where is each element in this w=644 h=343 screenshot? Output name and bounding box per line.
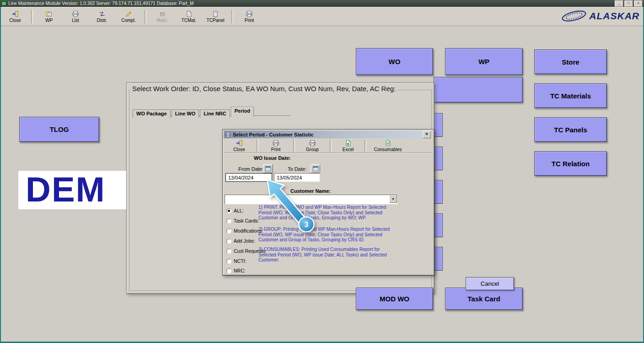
calendar-icon bbox=[265, 166, 271, 172]
radio-nrc[interactable]: NRC: bbox=[226, 268, 246, 273]
group-printer-icon bbox=[308, 140, 317, 147]
task-card-button[interactable]: Task Card bbox=[445, 288, 523, 310]
partially-hidden-button[interactable] bbox=[434, 77, 523, 103]
dem-watermark: DEM bbox=[18, 171, 126, 209]
radio-all[interactable]: ALL: bbox=[226, 208, 244, 213]
toolbar-separator bbox=[257, 140, 258, 152]
toolbar-wp-button[interactable]: WP bbox=[38, 8, 60, 25]
window-controls: _ □ × bbox=[614, 0, 643, 7]
toolbar-compl-button[interactable]: Compl. bbox=[117, 8, 140, 25]
occluded-button-sliver[interactable] bbox=[434, 247, 443, 271]
toolbar-separator bbox=[231, 10, 233, 23]
tab-line-nrc[interactable]: Line NRC bbox=[200, 109, 230, 118]
period-print-button[interactable]: Print bbox=[263, 139, 289, 152]
radio-dot bbox=[226, 268, 231, 273]
tab-wo-package[interactable]: WO Package bbox=[133, 109, 171, 118]
note-consumables: 3) CONSUMABLES: Printing Used Consumable… bbox=[258, 247, 397, 263]
period-dialog-title: Select Period - Customer Statistic bbox=[233, 132, 314, 137]
pencil-icon bbox=[124, 11, 133, 17]
toolbar-close-button[interactable]: Close bbox=[4, 8, 27, 25]
consumables-sheet-icon bbox=[384, 140, 392, 147]
application-window: Line Maintenance Module Version: 1.0.302… bbox=[0, 0, 644, 343]
tab-strip: WO Package Line WO Line NRC Period bbox=[133, 107, 255, 117]
occluded-button-sliver[interactable] bbox=[434, 113, 443, 137]
step-number: 3 bbox=[305, 221, 309, 229]
main-toolbar: Close WP List Distr. bbox=[0, 7, 644, 26]
toolbar-tcpanel-button[interactable]: TCPanel bbox=[204, 8, 227, 25]
from-date-label: From Date: bbox=[238, 166, 263, 172]
wo-issue-date-label: WO Issue Date: bbox=[254, 155, 291, 161]
toolbar-tcmat-button[interactable]: TCMat. bbox=[177, 8, 200, 25]
occluded-button-sliver[interactable] bbox=[434, 213, 443, 237]
toolbar-distr-button[interactable]: Distr. bbox=[91, 8, 113, 25]
toolbar-separator bbox=[31, 10, 33, 23]
dialog-caption: Select Work Order: ID, Close Status, EA … bbox=[130, 85, 397, 93]
toolbar-divider bbox=[224, 152, 432, 153]
dropdown-arrow-icon[interactable] bbox=[389, 195, 397, 203]
minimize-button[interactable]: _ bbox=[615, 0, 623, 7]
tc-panel-doc-icon bbox=[211, 11, 220, 17]
materials-box-icon bbox=[158, 11, 166, 17]
toolbar-separator bbox=[365, 140, 366, 152]
period-consumables-button[interactable]: Consumables bbox=[371, 139, 405, 152]
tc-panels-button[interactable]: TC Panels bbox=[534, 117, 607, 142]
tc-material-doc-icon bbox=[185, 11, 193, 17]
toolbar-separator bbox=[145, 10, 146, 23]
alaskar-swoosh-icon bbox=[561, 10, 587, 22]
tlog-button[interactable]: TLOG bbox=[19, 117, 99, 142]
radio-dot bbox=[226, 208, 231, 213]
list-printer-icon bbox=[71, 11, 80, 17]
toolbar-list-button[interactable]: List bbox=[64, 8, 87, 25]
toolbar-print-button[interactable]: Print bbox=[238, 8, 261, 25]
to-date-label: To Date: bbox=[288, 166, 306, 172]
period-close-button[interactable]: Close bbox=[226, 139, 252, 152]
toolbar-separator bbox=[293, 140, 295, 152]
mod-wo-button[interactable]: MOD WO bbox=[356, 288, 433, 310]
period-dialog-titlebar: Select Period - Customer Statistic × bbox=[224, 131, 432, 138]
store-button[interactable]: Store bbox=[534, 49, 607, 74]
tab-period[interactable]: Period bbox=[231, 107, 254, 117]
maximize-button[interactable]: □ bbox=[624, 0, 633, 7]
printer-icon bbox=[245, 11, 253, 17]
window-title: Line Maintenance Module Version: 1.0.302… bbox=[8, 1, 193, 6]
toolbar-separator bbox=[330, 140, 332, 152]
occluded-button-sliver[interactable] bbox=[434, 180, 443, 204]
wp-papers-icon bbox=[45, 11, 53, 17]
wp-button[interactable]: WP bbox=[445, 48, 523, 75]
report-icon bbox=[225, 132, 231, 137]
tc-relation-button[interactable]: TC Relation bbox=[534, 151, 607, 176]
period-group-button[interactable]: Group bbox=[300, 139, 325, 152]
radio-dot bbox=[226, 229, 231, 234]
tab-line-wo[interactable]: Line WO bbox=[172, 109, 199, 118]
exit-door-icon bbox=[235, 140, 243, 147]
printer-icon bbox=[272, 140, 280, 147]
tc-materials-button[interactable]: TC Materials bbox=[534, 83, 607, 108]
radio-ncti[interactable]: NCTI: bbox=[226, 258, 246, 264]
toolbar-matrl-button: Matrl. bbox=[151, 8, 174, 25]
exit-door-icon bbox=[11, 11, 19, 17]
step-callout-arrow: 3 bbox=[251, 172, 333, 245]
excel-icon bbox=[344, 140, 352, 147]
wo-button[interactable]: WO bbox=[356, 48, 433, 75]
calendar-icon bbox=[312, 166, 319, 172]
distribute-arrows-icon bbox=[98, 11, 106, 17]
alaskar-logo: ALASKAR bbox=[561, 10, 639, 22]
radio-dot bbox=[226, 249, 231, 254]
close-window-button[interactable]: × bbox=[634, 0, 643, 7]
radio-dot bbox=[226, 239, 231, 244]
period-dialog-close-button[interactable]: × bbox=[423, 131, 431, 138]
cancel-button[interactable]: Cancel bbox=[466, 277, 514, 290]
period-excel-button[interactable]: Excel bbox=[336, 139, 360, 152]
title-bar: Line Maintenance Module Version: 1.0.302… bbox=[0, 0, 644, 7]
period-dialog-toolbar: Close Print Group bbox=[224, 139, 432, 152]
alaskar-brand-text: ALASKAR bbox=[589, 11, 639, 22]
window-edge-left bbox=[0, 7, 1, 343]
app-icon bbox=[1, 1, 6, 6]
occluded-button-sliver[interactable] bbox=[434, 147, 443, 170]
radio-dot bbox=[226, 259, 231, 264]
radio-dot bbox=[226, 218, 231, 223]
